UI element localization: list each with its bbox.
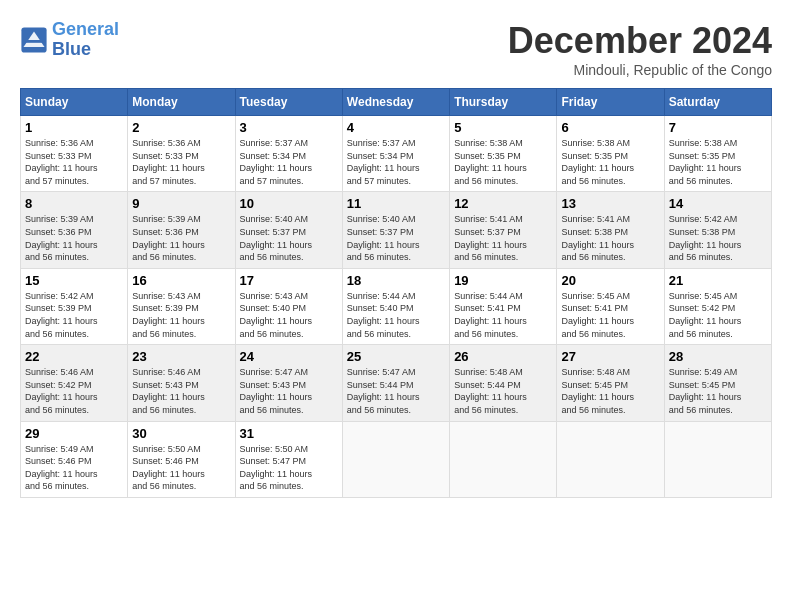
day-number: 14 — [669, 196, 767, 211]
logo: General Blue — [20, 20, 119, 60]
month-title: December 2024 — [508, 20, 772, 62]
calendar-cell: 12Sunrise: 5:41 AM Sunset: 5:37 PM Dayli… — [450, 192, 557, 268]
calendar-cell — [342, 421, 449, 497]
day-info: Sunrise: 5:44 AM Sunset: 5:40 PM Dayligh… — [347, 290, 445, 340]
day-info: Sunrise: 5:50 AM Sunset: 5:46 PM Dayligh… — [132, 443, 230, 493]
calendar-cell: 14Sunrise: 5:42 AM Sunset: 5:38 PM Dayli… — [664, 192, 771, 268]
day-number: 18 — [347, 273, 445, 288]
calendar-table: SundayMondayTuesdayWednesdayThursdayFrid… — [20, 88, 772, 498]
calendar-cell: 9Sunrise: 5:39 AM Sunset: 5:36 PM Daylig… — [128, 192, 235, 268]
calendar-cell: 3Sunrise: 5:37 AM Sunset: 5:34 PM Daylig… — [235, 116, 342, 192]
day-number: 9 — [132, 196, 230, 211]
calendar-body: 1Sunrise: 5:36 AM Sunset: 5:33 PM Daylig… — [21, 116, 772, 498]
calendar-cell: 6Sunrise: 5:38 AM Sunset: 5:35 PM Daylig… — [557, 116, 664, 192]
day-number: 1 — [25, 120, 123, 135]
day-number: 23 — [132, 349, 230, 364]
day-number: 29 — [25, 426, 123, 441]
page-header: General Blue December 2024 Mindouli, Rep… — [20, 20, 772, 78]
day-info: Sunrise: 5:41 AM Sunset: 5:38 PM Dayligh… — [561, 213, 659, 263]
day-info: Sunrise: 5:37 AM Sunset: 5:34 PM Dayligh… — [347, 137, 445, 187]
calendar-cell: 21Sunrise: 5:45 AM Sunset: 5:42 PM Dayli… — [664, 268, 771, 344]
day-info: Sunrise: 5:36 AM Sunset: 5:33 PM Dayligh… — [132, 137, 230, 187]
week-row-1: 1Sunrise: 5:36 AM Sunset: 5:33 PM Daylig… — [21, 116, 772, 192]
day-info: Sunrise: 5:37 AM Sunset: 5:34 PM Dayligh… — [240, 137, 338, 187]
day-number: 27 — [561, 349, 659, 364]
day-info: Sunrise: 5:46 AM Sunset: 5:42 PM Dayligh… — [25, 366, 123, 416]
day-info: Sunrise: 5:38 AM Sunset: 5:35 PM Dayligh… — [454, 137, 552, 187]
day-info: Sunrise: 5:40 AM Sunset: 5:37 PM Dayligh… — [240, 213, 338, 263]
day-number: 15 — [25, 273, 123, 288]
day-info: Sunrise: 5:49 AM Sunset: 5:45 PM Dayligh… — [669, 366, 767, 416]
day-info: Sunrise: 5:49 AM Sunset: 5:46 PM Dayligh… — [25, 443, 123, 493]
weekday-header-friday: Friday — [557, 89, 664, 116]
day-info: Sunrise: 5:47 AM Sunset: 5:43 PM Dayligh… — [240, 366, 338, 416]
day-number: 22 — [25, 349, 123, 364]
calendar-cell: 24Sunrise: 5:47 AM Sunset: 5:43 PM Dayli… — [235, 345, 342, 421]
day-number: 13 — [561, 196, 659, 211]
calendar-cell: 13Sunrise: 5:41 AM Sunset: 5:38 PM Dayli… — [557, 192, 664, 268]
day-number: 21 — [669, 273, 767, 288]
calendar-cell: 30Sunrise: 5:50 AM Sunset: 5:46 PM Dayli… — [128, 421, 235, 497]
week-row-2: 8Sunrise: 5:39 AM Sunset: 5:36 PM Daylig… — [21, 192, 772, 268]
day-info: Sunrise: 5:36 AM Sunset: 5:33 PM Dayligh… — [25, 137, 123, 187]
calendar-cell: 16Sunrise: 5:43 AM Sunset: 5:39 PM Dayli… — [128, 268, 235, 344]
calendar-cell: 4Sunrise: 5:37 AM Sunset: 5:34 PM Daylig… — [342, 116, 449, 192]
day-number: 20 — [561, 273, 659, 288]
day-number: 31 — [240, 426, 338, 441]
day-number: 25 — [347, 349, 445, 364]
weekday-header-saturday: Saturday — [664, 89, 771, 116]
calendar-cell: 27Sunrise: 5:48 AM Sunset: 5:45 PM Dayli… — [557, 345, 664, 421]
day-info: Sunrise: 5:40 AM Sunset: 5:37 PM Dayligh… — [347, 213, 445, 263]
day-number: 8 — [25, 196, 123, 211]
day-number: 2 — [132, 120, 230, 135]
calendar-cell: 26Sunrise: 5:48 AM Sunset: 5:44 PM Dayli… — [450, 345, 557, 421]
calendar-cell: 19Sunrise: 5:44 AM Sunset: 5:41 PM Dayli… — [450, 268, 557, 344]
day-info: Sunrise: 5:38 AM Sunset: 5:35 PM Dayligh… — [561, 137, 659, 187]
weekday-header-monday: Monday — [128, 89, 235, 116]
day-info: Sunrise: 5:44 AM Sunset: 5:41 PM Dayligh… — [454, 290, 552, 340]
day-info: Sunrise: 5:41 AM Sunset: 5:37 PM Dayligh… — [454, 213, 552, 263]
day-info: Sunrise: 5:46 AM Sunset: 5:43 PM Dayligh… — [132, 366, 230, 416]
svg-rect-2 — [26, 40, 43, 43]
calendar-cell: 5Sunrise: 5:38 AM Sunset: 5:35 PM Daylig… — [450, 116, 557, 192]
day-number: 6 — [561, 120, 659, 135]
calendar-cell: 2Sunrise: 5:36 AM Sunset: 5:33 PM Daylig… — [128, 116, 235, 192]
calendar-cell: 23Sunrise: 5:46 AM Sunset: 5:43 PM Dayli… — [128, 345, 235, 421]
calendar-cell: 28Sunrise: 5:49 AM Sunset: 5:45 PM Dayli… — [664, 345, 771, 421]
day-info: Sunrise: 5:39 AM Sunset: 5:36 PM Dayligh… — [132, 213, 230, 263]
calendar-cell: 18Sunrise: 5:44 AM Sunset: 5:40 PM Dayli… — [342, 268, 449, 344]
day-number: 19 — [454, 273, 552, 288]
day-info: Sunrise: 5:50 AM Sunset: 5:47 PM Dayligh… — [240, 443, 338, 493]
day-number: 24 — [240, 349, 338, 364]
calendar-cell — [450, 421, 557, 497]
day-info: Sunrise: 5:48 AM Sunset: 5:45 PM Dayligh… — [561, 366, 659, 416]
day-number: 5 — [454, 120, 552, 135]
calendar-cell: 10Sunrise: 5:40 AM Sunset: 5:37 PM Dayli… — [235, 192, 342, 268]
logo-text: General Blue — [52, 20, 119, 60]
week-row-3: 15Sunrise: 5:42 AM Sunset: 5:39 PM Dayli… — [21, 268, 772, 344]
day-info: Sunrise: 5:45 AM Sunset: 5:42 PM Dayligh… — [669, 290, 767, 340]
weekday-header-thursday: Thursday — [450, 89, 557, 116]
calendar-cell: 15Sunrise: 5:42 AM Sunset: 5:39 PM Dayli… — [21, 268, 128, 344]
weekday-header-wednesday: Wednesday — [342, 89, 449, 116]
week-row-4: 22Sunrise: 5:46 AM Sunset: 5:42 PM Dayli… — [21, 345, 772, 421]
weekday-header-row: SundayMondayTuesdayWednesdayThursdayFrid… — [21, 89, 772, 116]
day-number: 10 — [240, 196, 338, 211]
day-number: 26 — [454, 349, 552, 364]
calendar-cell — [664, 421, 771, 497]
calendar-cell: 25Sunrise: 5:47 AM Sunset: 5:44 PM Dayli… — [342, 345, 449, 421]
calendar-cell: 20Sunrise: 5:45 AM Sunset: 5:41 PM Dayli… — [557, 268, 664, 344]
weekday-header-sunday: Sunday — [21, 89, 128, 116]
location-subtitle: Mindouli, Republic of the Congo — [508, 62, 772, 78]
title-block: December 2024 Mindouli, Republic of the … — [508, 20, 772, 78]
day-number: 16 — [132, 273, 230, 288]
calendar-cell: 7Sunrise: 5:38 AM Sunset: 5:35 PM Daylig… — [664, 116, 771, 192]
week-row-5: 29Sunrise: 5:49 AM Sunset: 5:46 PM Dayli… — [21, 421, 772, 497]
day-number: 4 — [347, 120, 445, 135]
day-number: 3 — [240, 120, 338, 135]
day-number: 28 — [669, 349, 767, 364]
day-info: Sunrise: 5:43 AM Sunset: 5:40 PM Dayligh… — [240, 290, 338, 340]
day-info: Sunrise: 5:45 AM Sunset: 5:41 PM Dayligh… — [561, 290, 659, 340]
day-info: Sunrise: 5:39 AM Sunset: 5:36 PM Dayligh… — [25, 213, 123, 263]
day-number: 17 — [240, 273, 338, 288]
